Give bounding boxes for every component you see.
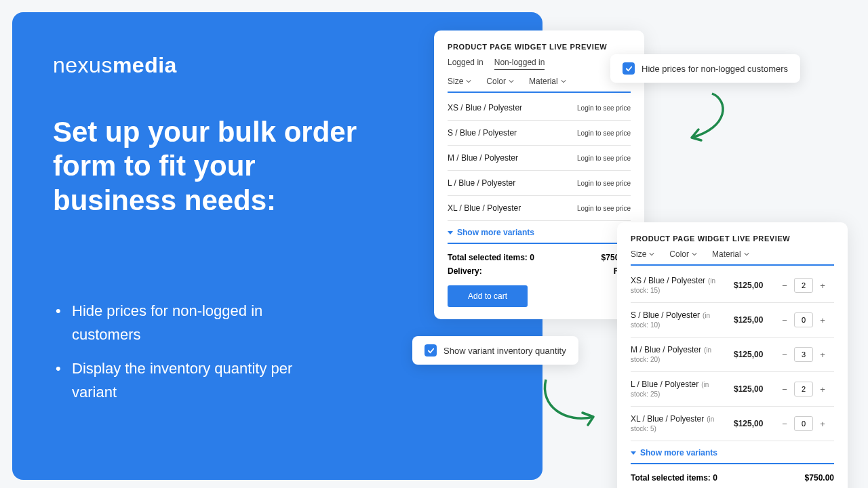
- feature-item: Display the inventory quantity per varia…: [53, 357, 324, 404]
- variant-row: XL / Blue / PolyesterLogin to see price: [448, 196, 631, 221]
- chevron-down-icon: [649, 251, 654, 257]
- toggle-label: Hide prices for non-logged customers: [642, 64, 788, 74]
- login-to-see-price[interactable]: Login to see price: [577, 129, 631, 137]
- variant-price: $125,00: [734, 419, 774, 428]
- variant-price: $125,00: [734, 384, 774, 394]
- qty-decrement[interactable]: −: [780, 350, 789, 359]
- qty-input[interactable]: [794, 347, 813, 362]
- checkbox-checked-icon: [623, 62, 635, 75]
- show-more-variants[interactable]: Show more variants: [631, 441, 834, 464]
- widget-title: PRODUCT PAGE WIDGET LIVE PREVIEW: [448, 43, 631, 51]
- variant-row: L / Blue / PolyesterLogin to see price: [448, 171, 631, 196]
- feature-list: Hide prices for non-logged in customers …: [53, 299, 324, 404]
- variant-row: L / Blue / Polyester(in stock: 25) $125,…: [631, 372, 834, 407]
- variant-row: XL / Blue / Polyester(in stock: 5) $125,…: [631, 407, 834, 441]
- variant-row: M / Blue / PolyesterLogin to see price: [448, 146, 631, 171]
- arrow-icon: [671, 87, 739, 157]
- chevron-down-icon: [692, 251, 697, 257]
- filter-color[interactable]: Color: [669, 249, 697, 259]
- login-to-see-price[interactable]: Login to see price: [577, 180, 631, 187]
- qty-decrement[interactable]: −: [780, 315, 789, 325]
- logo-part2: media: [113, 53, 177, 77]
- variant-filters: Size Color Material: [631, 249, 834, 266]
- variant-row: XS / Blue / PolyesterLogin to see price: [448, 96, 631, 121]
- totals-row: Total selected items: 0 Delivery: $750.0…: [448, 244, 631, 281]
- qty-increment[interactable]: +: [818, 315, 827, 325]
- total-items-label: Total selected items: 0: [448, 251, 534, 264]
- qty-increment[interactable]: +: [818, 350, 827, 359]
- variant-price: $125,00: [734, 281, 774, 290]
- qty-input[interactable]: [794, 278, 813, 293]
- filter-color[interactable]: Color: [486, 77, 514, 86]
- qty-decrement[interactable]: −: [780, 281, 789, 290]
- headline: Set up your bulk order form to fit your …: [53, 115, 365, 218]
- delivery-value: Free: [805, 485, 834, 488]
- variant-row: S / Blue / PolyesterLogin to see price: [448, 121, 631, 146]
- show-inventory-toggle[interactable]: Show variant inventory quantity: [412, 336, 578, 365]
- variant-list: XS / Blue / Polyester(in stock: 15) $125…: [631, 268, 834, 441]
- qty-increment[interactable]: +: [818, 419, 827, 428]
- chevron-down-icon: [744, 251, 749, 257]
- arrow-icon: [532, 376, 600, 447]
- chevron-down-icon: [561, 79, 566, 84]
- chevron-down-icon: [466, 79, 471, 84]
- qty-decrement[interactable]: −: [780, 419, 789, 428]
- tab-non-logged[interactable]: Non-logged in: [494, 58, 545, 70]
- qty-input[interactable]: [794, 382, 813, 396]
- login-to-see-price[interactable]: Login to see price: [577, 155, 631, 162]
- total-amount: $750.00: [805, 471, 834, 485]
- feature-item: Hide prices for non-logged in customers: [53, 299, 324, 346]
- variant-row: XS / Blue / Polyester(in stock: 15) $125…: [631, 268, 834, 303]
- quantity-stepper: −+: [780, 347, 834, 362]
- hide-prices-toggle[interactable]: Hide prices for non-logged customers: [610, 54, 800, 83]
- filter-material[interactable]: Material: [712, 249, 749, 259]
- login-to-see-price[interactable]: Login to see price: [577, 104, 631, 112]
- login-to-see-price[interactable]: Login to see price: [577, 205, 631, 212]
- variant-price: $125,00: [734, 350, 774, 359]
- toggle-label: Show variant inventory quantity: [443, 346, 566, 356]
- delivery-label: Delivery:: [631, 485, 717, 488]
- quantity-stepper: −+: [780, 312, 834, 327]
- quantity-stepper: −+: [780, 416, 834, 431]
- variant-row: S / Blue / Polyester(in stock: 10) $125,…: [631, 303, 834, 338]
- variant-price: $125,00: [734, 315, 774, 325]
- qty-increment[interactable]: +: [818, 281, 827, 290]
- quantity-stepper: −+: [780, 382, 834, 396]
- quantity-stepper: −+: [780, 278, 834, 293]
- filter-material[interactable]: Material: [529, 77, 566, 86]
- tab-logged-in[interactable]: Logged in: [448, 58, 484, 70]
- add-to-cart-button[interactable]: Add to cart: [448, 285, 528, 307]
- caret-down-icon: [448, 231, 453, 235]
- qty-input[interactable]: [794, 312, 813, 327]
- totals-row: Total selected items: 0 Delivery: $750.0…: [631, 464, 834, 488]
- total-items-label: Total selected items: 0: [631, 471, 717, 485]
- variant-filters: Size Color Material: [448, 77, 631, 93]
- chevron-down-icon: [509, 79, 514, 84]
- logo-part1: nexus: [53, 53, 113, 77]
- variant-list: XS / Blue / PolyesterLogin to see price …: [448, 96, 631, 221]
- preview-widget-inventory: PRODUCT PAGE WIDGET LIVE PREVIEW Size Co…: [617, 222, 848, 488]
- delivery-label: Delivery:: [448, 264, 534, 278]
- filter-size[interactable]: Size: [448, 77, 471, 86]
- caret-down-icon: [631, 451, 636, 455]
- qty-input[interactable]: [794, 416, 813, 431]
- login-tabs: Logged in Non-logged in: [448, 58, 631, 70]
- show-more-variants[interactable]: Show more variants: [448, 221, 631, 244]
- variant-row: M / Blue / Polyester(in stock: 20) $125,…: [631, 338, 834, 372]
- qty-decrement[interactable]: −: [780, 384, 789, 394]
- checkbox-checked-icon: [425, 344, 437, 357]
- widget-title: PRODUCT PAGE WIDGET LIVE PREVIEW: [631, 235, 834, 243]
- filter-size[interactable]: Size: [631, 249, 654, 259]
- qty-increment[interactable]: +: [818, 384, 827, 394]
